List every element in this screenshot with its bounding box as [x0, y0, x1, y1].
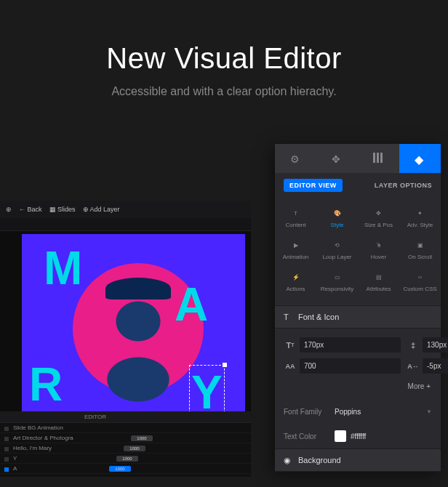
- editor-view-button[interactable]: EDITOR VIEW: [284, 179, 343, 192]
- option-onscroll[interactable]: ▣On Scroll: [399, 234, 441, 266]
- columns-icon: [373, 153, 385, 164]
- option-label: Animation: [283, 254, 309, 260]
- timeline-row-label: Art Director & Photogra: [0, 435, 80, 441]
- content-icon: T: [291, 209, 301, 219]
- line-height-icon: ‡: [407, 341, 420, 350]
- option-looplayer[interactable]: ⟲Loop Layer: [316, 234, 358, 266]
- timeline-row[interactable]: Slide BG Animation: [0, 423, 251, 433]
- actions-icon: ⚡: [291, 273, 301, 283]
- wp-icon: ⊕: [6, 206, 12, 213]
- canvas-person-image: [87, 292, 189, 408]
- looplayer-icon: ⟲: [332, 241, 343, 251]
- back-button[interactable]: ← Back: [19, 206, 42, 213]
- text-color-row[interactable]: Text Color #ffffff: [275, 424, 441, 448]
- text-color-value: #ffffff: [351, 432, 366, 440]
- section-background[interactable]: ◉ Background: [275, 448, 441, 472]
- slides-button[interactable]: ▦ Slides: [49, 206, 76, 213]
- canvas-letter-m[interactable]: M: [44, 241, 82, 295]
- timeline-bar[interactable]: 1000: [109, 466, 131, 472]
- tab-settings[interactable]: [275, 144, 316, 173]
- option-label: Actions: [286, 286, 305, 292]
- timeline-editor-label: EDITOR: [84, 414, 106, 420]
- text-icon: T: [284, 313, 292, 321]
- panel-subhead: EDITOR VIEW LAYER OPTIONS: [275, 173, 441, 198]
- option-label: Content: [285, 222, 305, 228]
- option-animation[interactable]: ▶Animation: [275, 234, 316, 266]
- option-label: Adv. Style: [407, 222, 433, 228]
- style-icon: 🎨: [332, 209, 343, 219]
- gear-icon: [290, 153, 302, 164]
- section-font-label: Font & Icon: [298, 313, 339, 321]
- option-label: Size & Pos: [364, 222, 393, 228]
- line-height-input[interactable]: [423, 337, 448, 353]
- option-label: Attributes: [367, 286, 391, 292]
- option-label: Loop Layer: [322, 254, 351, 260]
- timeline-bar[interactable]: 1000: [116, 456, 138, 462]
- font-size-icon: TT: [284, 341, 297, 350]
- option-label: Responsivity: [321, 286, 353, 292]
- option-style[interactable]: 🎨Style: [316, 202, 358, 234]
- editor-topbar: ⊕ ← Back ▦ Slides ⊕ Add Layer: [0, 201, 251, 218]
- option-label: Custom CSS: [403, 286, 436, 292]
- panel-top-tabs: [275, 144, 441, 173]
- editor-canvas[interactable]: M A R Y: [22, 234, 245, 423]
- animation-icon: ▶: [291, 241, 301, 251]
- option-label: On Scroll: [408, 254, 432, 260]
- color-swatch[interactable]: [335, 430, 346, 442]
- option-advstyle[interactable]: ✦Adv. Style: [399, 202, 441, 234]
- font-size-input[interactable]: [300, 337, 401, 353]
- option-label: Hover: [371, 254, 386, 260]
- timeline[interactable]: EDITOR Slide BG AnimationArt Director & …: [0, 411, 251, 477]
- timeline-row-label: Y: [0, 455, 80, 462]
- font-family-label: Font Family: [284, 408, 335, 416]
- option-sizepos[interactable]: ✥Size & Pos: [358, 202, 399, 234]
- timeline-row[interactable]: A1000: [0, 464, 251, 474]
- font-controls: TT ‡ AA A↔ More +: [275, 329, 441, 399]
- timeline-bar[interactable]: 1000: [131, 435, 153, 441]
- page-subtitle: Accessible and with a clear option hiera…: [0, 85, 448, 98]
- font-weight-input[interactable]: [300, 358, 401, 374]
- editor-preview: ⊕ ← Back ▦ Slides ⊕ Add Layer M A R Y ED…: [0, 201, 251, 477]
- timeline-row-label: Slide BG Animation: [0, 424, 80, 431]
- hover-icon: 🖱: [374, 241, 384, 251]
- option-grid: TContent🎨Style✥Size & Pos✦Adv. Style▶Ani…: [275, 198, 441, 305]
- tab-navigation[interactable]: [316, 144, 358, 173]
- canvas-letter-a[interactable]: A: [175, 278, 208, 331]
- onscroll-icon: ▣: [415, 241, 425, 251]
- options-panel: EDITOR VIEW LAYER OPTIONS TContent🎨Style…: [275, 144, 441, 472]
- responsivity-icon: ▭: [332, 273, 343, 283]
- timeline-row[interactable]: Hello, I'm Mary1000: [0, 443, 251, 454]
- option-customcss[interactable]: ‹›Custom CSS: [399, 266, 441, 298]
- option-content[interactable]: TContent: [275, 202, 316, 234]
- section-font-icon[interactable]: T Font & Icon: [275, 305, 441, 329]
- option-attributes[interactable]: ▤Attributes: [358, 266, 399, 298]
- background-icon: ◉: [284, 456, 292, 464]
- layer-options-label[interactable]: LAYER OPTIONS: [375, 182, 432, 189]
- timeline-row[interactable]: Art Director & Photogra1000: [0, 433, 251, 443]
- option-actions[interactable]: ⚡Actions: [275, 266, 316, 298]
- letter-spacing-icon: A↔: [407, 363, 420, 370]
- canvas-letter-r[interactable]: R: [29, 358, 63, 411]
- tab-slides[interactable]: [358, 144, 399, 173]
- section-background-label: Background: [298, 456, 341, 464]
- attributes-icon: ▤: [374, 273, 384, 283]
- option-responsivity[interactable]: ▭Responsivity: [316, 266, 358, 298]
- layers-icon: [415, 153, 426, 164]
- add-layer-button[interactable]: ⊕ Add Layer: [83, 206, 120, 213]
- option-hover[interactable]: 🖱Hover: [358, 234, 399, 266]
- tab-layers[interactable]: [399, 144, 441, 173]
- more-options-button[interactable]: More +: [284, 379, 432, 390]
- font-weight-icon: AA: [284, 363, 297, 370]
- font-family-value: Poppins: [335, 408, 361, 416]
- timeline-row-label: Hello, I'm Mary: [0, 445, 80, 451]
- editor-toolbar: [0, 218, 251, 231]
- timeline-row[interactable]: Y1000: [0, 454, 251, 464]
- sizepos-icon: ✥: [374, 209, 384, 219]
- move-icon: [332, 153, 343, 164]
- timeline-header: EDITOR: [0, 411, 251, 423]
- font-family-row[interactable]: Font Family Poppins ▼: [275, 399, 441, 424]
- timeline-row-label: A: [0, 465, 80, 472]
- letter-spacing-input[interactable]: [423, 358, 448, 374]
- timeline-bar[interactable]: 1000: [124, 446, 145, 451]
- advstyle-icon: ✦: [415, 209, 425, 219]
